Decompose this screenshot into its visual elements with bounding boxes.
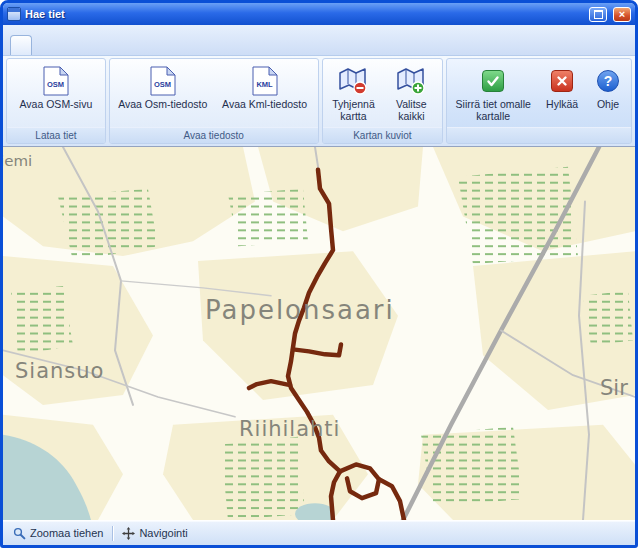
button-label: Hylkää bbox=[546, 98, 578, 110]
map-label-partial: iemi bbox=[3, 152, 32, 170]
button-label: Avaa Kml-tiedosto bbox=[222, 98, 307, 110]
osm-file-icon-text: OSM bbox=[47, 80, 64, 89]
group-lataa-tiet: OSM Avaa OSM-sivu Lataa tiet bbox=[6, 58, 106, 144]
avaa-osm-sivu-button[interactable]: OSM Avaa OSM-sivu bbox=[9, 60, 103, 126]
osm-file-icon: OSM bbox=[150, 66, 176, 96]
ribbon-toolbar: OSM Avaa OSM-sivu Lataa tiet OSM bbox=[3, 56, 635, 146]
status-label: Navigointi bbox=[139, 527, 187, 539]
valitse-kaikki-button[interactable]: Valitse kaikki bbox=[382, 60, 440, 126]
map-canvas[interactable]: iemi Papelonsaari Siansuo Riihilahti Sir bbox=[3, 146, 635, 520]
help-icon: ? bbox=[597, 66, 619, 96]
ribbon-tab[interactable] bbox=[10, 35, 32, 55]
tyhjenna-kartta-button[interactable]: Tyhjennä kartta bbox=[325, 60, 383, 126]
siirra-tiet-button[interactable]: Siirrä tiet omalle kartalle bbox=[449, 60, 537, 126]
button-label: Avaa OSM-sivu bbox=[20, 98, 93, 110]
dialog-window: Hae tiet × OSM bbox=[0, 0, 638, 548]
group-kartan-kuviot: Tyhjennä kartta Valitse kaikki bbox=[322, 58, 444, 144]
map-label-siansuo: Siansuo bbox=[15, 359, 104, 383]
window-title: Hae tiet bbox=[25, 8, 583, 20]
map-label-papelonsaari: Papelonsaari bbox=[205, 295, 395, 325]
button-label: Siirrä tiet omalle kartalle bbox=[452, 98, 534, 123]
move-icon bbox=[122, 527, 135, 540]
status-separator bbox=[112, 526, 113, 541]
ribbon-tabstrip bbox=[3, 25, 635, 56]
group-caption bbox=[447, 127, 631, 143]
group-caption: Avaa tiedosto bbox=[110, 127, 318, 143]
cross-icon bbox=[551, 66, 573, 96]
check-icon bbox=[482, 66, 504, 96]
button-label: Tyhjennä kartta bbox=[328, 98, 380, 123]
maximize-button[interactable] bbox=[589, 7, 607, 22]
button-label: Avaa Osm-tiedosto bbox=[118, 98, 207, 110]
status-label: Zoomaa tiehen bbox=[30, 527, 103, 539]
button-label: Ohje bbox=[597, 98, 619, 110]
close-button[interactable]: × bbox=[613, 7, 631, 22]
titlebar[interactable]: Hae tiet × bbox=[3, 3, 635, 25]
osm-file-icon: OSM bbox=[43, 66, 69, 96]
magnifier-icon bbox=[13, 527, 26, 540]
map-label-sir: Sir bbox=[600, 376, 628, 400]
kml-file-icon-text: KML bbox=[256, 80, 273, 89]
zoom-to-road-item[interactable]: Zoomaa tiehen bbox=[8, 524, 108, 542]
kml-file-icon: KML bbox=[252, 66, 278, 96]
hylkaa-button[interactable]: Hylkää bbox=[537, 60, 587, 126]
button-label: Valitse kaikki bbox=[385, 98, 437, 123]
osm-file-icon-text: OSM bbox=[154, 80, 171, 89]
statusbar: Zoomaa tiehen Navigointi bbox=[3, 520, 635, 545]
close-icon: × bbox=[619, 9, 625, 20]
ohje-button[interactable]: ? Ohje bbox=[587, 60, 629, 126]
app-icon bbox=[7, 7, 21, 21]
group-caption: Lataa tiet bbox=[7, 127, 105, 143]
avaa-osm-tiedosto-button[interactable]: OSM Avaa Osm-tiedosto bbox=[112, 60, 214, 126]
avaa-kml-tiedosto-button[interactable]: KML Avaa Kml-tiedosto bbox=[214, 60, 316, 126]
group-actions: Siirrä tiet omalle kartalle Hylkää ? bbox=[446, 58, 632, 144]
group-caption: Kartan kuviot bbox=[323, 127, 443, 143]
maximize-icon bbox=[594, 10, 603, 19]
navigation-item[interactable]: Navigointi bbox=[117, 524, 192, 542]
group-avaa-tiedosto: OSM Avaa Osm-tiedosto KML Avaa Kml-tiedo… bbox=[109, 58, 319, 144]
map-plus-icon bbox=[396, 66, 426, 96]
map-minus-icon bbox=[338, 66, 368, 96]
map-label-riihilahti: Riihilahti bbox=[239, 417, 340, 441]
